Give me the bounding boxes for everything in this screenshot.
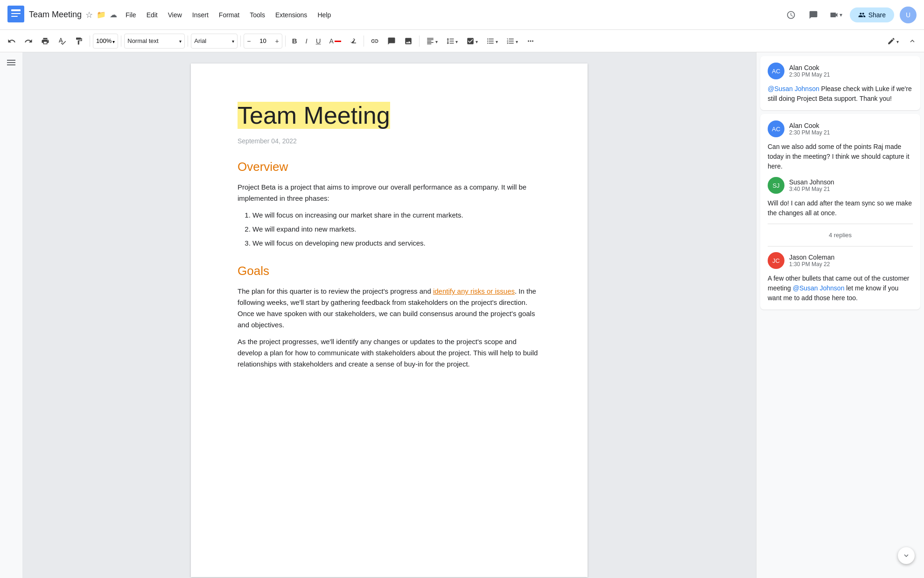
menu-help[interactable]: Help <box>313 8 336 21</box>
toolbar-divider-1 <box>90 35 90 47</box>
edit-mode-chevron <box>896 37 899 45</box>
add-comment-button[interactable] <box>384 34 399 49</box>
menu-extensions[interactable]: Extensions <box>271 8 312 21</box>
highlight-color-button[interactable] <box>346 34 361 49</box>
alignment-chevron <box>435 37 438 45</box>
comment-divider-2 <box>768 246 913 247</box>
goals-text-before-highlight: The plan for this quarter is to review t… <box>238 287 433 295</box>
reply-jason-time: 1:30 PM May 22 <box>789 261 834 268</box>
menu-edit[interactable]: Edit <box>142 8 162 21</box>
reply-susan-header: SJ Susan Johnson 3:40 PM May 21 <box>768 177 913 194</box>
numbered-list-button[interactable] <box>503 34 522 49</box>
comment-2-meta: Alan Cook 2:30 PM May 21 <box>789 122 830 136</box>
menu-tools[interactable]: Tools <box>245 8 270 21</box>
document-page: Team Meeting September 04, 2022 Overview… <box>191 63 588 577</box>
reply-jason-avatar: JC <box>768 252 784 269</box>
reply-susan-meta: Susan Johnson 3:40 PM May 21 <box>789 178 834 192</box>
replies-count[interactable]: 4 replies <box>768 230 913 240</box>
font-size-area: − + <box>244 34 282 49</box>
insert-image-button[interactable] <box>400 34 416 49</box>
comment-1-meta: Alan Cook 2:30 PM May 21 <box>789 64 830 78</box>
bullet-chevron <box>496 37 498 45</box>
toolbar-divider-7 <box>419 35 420 47</box>
menu-file[interactable]: File <box>121 8 141 21</box>
toolbar-divider-4 <box>240 35 241 47</box>
user-avatar[interactable]: U <box>900 7 917 23</box>
comment-2-body: Can we also add some of the points Raj m… <box>768 142 913 171</box>
font-selector[interactable]: Arial <box>191 34 238 49</box>
paragraph-chevron <box>179 37 182 44</box>
reply-susan-avatar: SJ <box>768 177 784 194</box>
meet-icon[interactable]: ▾ <box>827 7 844 23</box>
comments-icon[interactable] <box>805 7 822 23</box>
reply-susan-body: Will do! I can add after the team sync s… <box>768 198 913 218</box>
checklist-button[interactable] <box>462 34 482 49</box>
paragraph-style-label: Normal text <box>127 37 177 44</box>
comment-1-body: @Susan Johnson Please check with Luke if… <box>768 84 913 104</box>
alignment-button[interactable] <box>422 34 441 49</box>
menu-insert[interactable]: Insert <box>188 8 213 21</box>
comments-panel: AC Alan Cook 2:30 PM May 21 @Susan Johns… <box>756 52 924 578</box>
text-color-button[interactable]: A <box>325 34 344 49</box>
zoom-selector[interactable]: 100% <box>93 34 118 49</box>
undo-button[interactable] <box>4 34 20 49</box>
overview-heading: Overview <box>238 160 541 174</box>
link-button[interactable] <box>367 34 383 49</box>
document-title[interactable]: Team Meeting <box>29 10 82 20</box>
toolbar-divider-2 <box>121 35 121 47</box>
scroll-to-bottom-button[interactable] <box>898 547 915 564</box>
comment-2-author: Alan Cook <box>789 122 830 129</box>
print-button[interactable] <box>37 34 53 49</box>
font-size-increase-button[interactable]: + <box>272 34 281 49</box>
comment-1-time: 2:30 PM May 21 <box>789 71 830 78</box>
sidebar-toggle[interactable] <box>0 52 22 578</box>
doc-title-wrap: Team Meeting <box>238 101 541 130</box>
bullet-item-2: We will expand into new markets. <box>252 224 541 235</box>
star-icon[interactable]: ☆ <box>85 10 93 20</box>
app-icon <box>7 6 24 24</box>
line-spacing-chevron <box>455 37 458 45</box>
document-title-text: Team Meeting <box>238 102 390 129</box>
italic-button[interactable]: I <box>301 34 311 49</box>
hide-toolbar-button[interactable] <box>904 34 920 49</box>
redo-button[interactable] <box>21 34 36 49</box>
cloud-icon[interactable]: ☁ <box>110 10 117 19</box>
share-button[interactable]: Share <box>850 7 894 22</box>
history-icon[interactable] <box>783 7 799 23</box>
top-bar: Team Meeting ☆ 📁 ☁ File Edit View Insert… <box>0 0 924 30</box>
comment-divider <box>768 224 913 224</box>
font-label: Arial <box>194 37 230 44</box>
font-size-input[interactable] <box>254 37 271 44</box>
document-area: Team Meeting September 04, 2022 Overview… <box>22 52 756 578</box>
line-spacing-button[interactable] <box>442 34 462 49</box>
menu-format[interactable]: Format <box>214 8 244 21</box>
reply-susan: SJ Susan Johnson 3:40 PM May 21 Will do!… <box>768 177 913 218</box>
reply-jason-author: Jason Coleman <box>789 254 834 261</box>
comment-1-mention: @Susan Johnson <box>768 85 819 92</box>
font-size-decrease-button[interactable]: − <box>244 34 253 49</box>
bullet-item-1: We will focus on increasing our market s… <box>252 210 541 221</box>
hamburger-icon[interactable] <box>5 58 17 67</box>
goals-highlight-text: identify any risks or issues <box>433 287 515 295</box>
underline-button[interactable]: U <box>312 34 325 49</box>
bullet-item-3: We will focus on developing new products… <box>252 238 541 249</box>
comment-2-avatar: AC <box>768 120 784 137</box>
more-options-button[interactable] <box>523 34 539 49</box>
share-label: Share <box>868 11 886 19</box>
comment-1-header: AC Alan Cook 2:30 PM May 21 <box>768 63 913 79</box>
paint-format-button[interactable] <box>71 34 87 49</box>
menu-view[interactable]: View <box>163 8 187 21</box>
comment-2-time: 2:30 PM May 21 <box>789 129 830 136</box>
bullet-list-button[interactable] <box>483 34 502 49</box>
folder-icon[interactable]: 📁 <box>97 10 106 19</box>
spell-check-button[interactable] <box>54 34 70 49</box>
zoom-value: 100% <box>96 37 112 44</box>
comment-card-2: AC Alan Cook 2:30 PM May 21 Can we also … <box>760 114 920 310</box>
paragraph-style-selector[interactable]: Normal text <box>124 34 185 49</box>
edit-mode-button[interactable] <box>883 34 903 49</box>
main-layout: Team Meeting September 04, 2022 Overview… <box>0 52 924 578</box>
comment-1-author: Alan Cook <box>789 64 830 71</box>
bold-button[interactable]: B <box>288 34 301 49</box>
toolbar-divider-5 <box>285 35 286 47</box>
comment-card-1: AC Alan Cook 2:30 PM May 21 @Susan Johns… <box>760 56 920 110</box>
